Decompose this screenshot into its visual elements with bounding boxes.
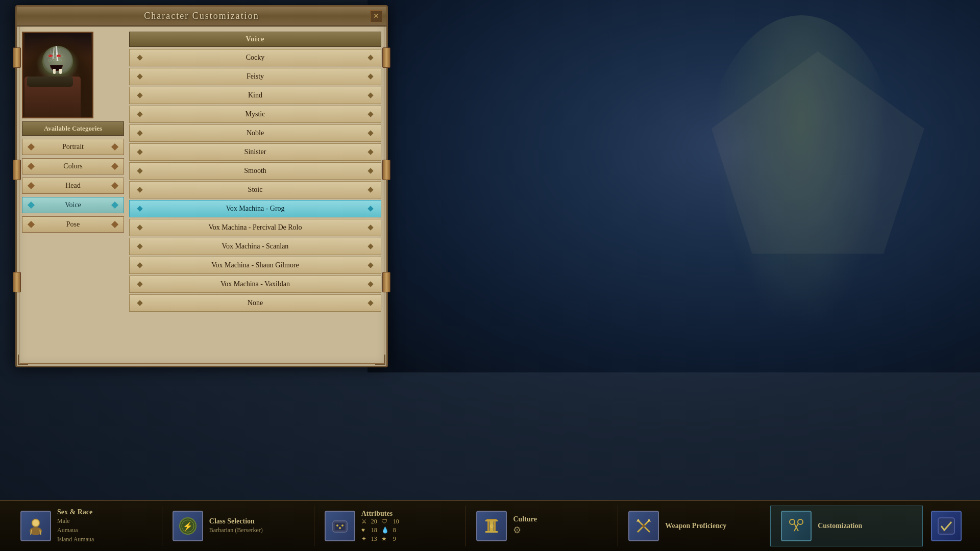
attr-star-icon: ★ bbox=[381, 535, 389, 543]
voice-item-mystic[interactable]: Mystic bbox=[129, 106, 381, 123]
voice-item-sinister[interactable]: Sinister bbox=[129, 143, 381, 161]
dialog-title: Character Customization bbox=[21, 11, 382, 21]
status-attributes[interactable]: Attributes ⚔ 20 🛡 10 ♥ 18 💧 8 ✦ 13 ★ 9 bbox=[314, 506, 467, 546]
person-icon bbox=[27, 517, 45, 535]
attr-sword-icon: ⚔ bbox=[361, 518, 367, 525]
column-icon: ⚙ bbox=[482, 517, 501, 535]
status-class[interactable]: ⚡ Class Selection Barbarian (Berserker) bbox=[162, 506, 314, 546]
svg-rect-16 bbox=[494, 521, 496, 531]
hinge-right-middle bbox=[382, 160, 390, 180]
status-customization[interactable]: Customization bbox=[770, 506, 923, 546]
content-area: Available Categories Portrait Colors Hea… bbox=[17, 27, 386, 340]
attr-res-val: 9 bbox=[393, 535, 399, 543]
voice-label-kind: Kind bbox=[142, 91, 369, 99]
svg-text:⚙: ⚙ bbox=[489, 523, 494, 529]
svg-point-10 bbox=[336, 524, 338, 527]
voice-label-vox-vaxildan: Vox Machina - Vaxildan bbox=[142, 280, 369, 288]
attr-shield-icon: 🛡 bbox=[381, 518, 389, 525]
voice-item-noble[interactable]: Noble bbox=[129, 124, 381, 142]
status-culture[interactable]: ⚙ Culture ⚙ bbox=[466, 506, 618, 546]
character-portrait bbox=[22, 32, 93, 118]
attr-water-icon: 💧 bbox=[381, 527, 389, 534]
svg-point-2 bbox=[33, 520, 39, 526]
voice-diamond-right bbox=[368, 92, 373, 98]
hinge-left-middle bbox=[13, 160, 21, 180]
voice-label-feisty: Feisty bbox=[142, 72, 369, 81]
voice-label-mystic: Mystic bbox=[142, 110, 369, 118]
voice-item-vox-vaxildan[interactable]: Vox Machina - Vaxildan bbox=[129, 276, 381, 293]
attr-str-val: 20 bbox=[371, 518, 377, 525]
voice-label-cocky: Cocky bbox=[142, 54, 369, 62]
voice-diamond-right bbox=[368, 187, 373, 192]
confirm-icon bbox=[931, 511, 962, 541]
close-button[interactable]: ✕ bbox=[370, 10, 382, 22]
category-label-pose: Pose bbox=[66, 220, 80, 229]
portrait-image bbox=[24, 33, 91, 117]
class-detail: Barbarian (Berserker) bbox=[209, 525, 263, 535]
voice-item-vox-grog[interactable]: Vox Machina - Grog bbox=[129, 200, 381, 217]
diamond-active-right bbox=[111, 202, 118, 209]
voice-diamond-right bbox=[368, 130, 373, 136]
category-head[interactable]: Head bbox=[22, 178, 124, 194]
voice-diamond-right bbox=[368, 262, 373, 268]
voice-label-none: None bbox=[142, 299, 369, 307]
scissors-icon bbox=[787, 517, 805, 535]
category-portrait[interactable]: Portrait bbox=[22, 139, 124, 155]
customization-title: Customization bbox=[818, 522, 862, 530]
attr-con-val: 10 bbox=[393, 518, 399, 525]
weapon-proficiency-text: Weapon Proficiency bbox=[665, 522, 726, 530]
attr-fire-icon: ✦ bbox=[361, 535, 367, 543]
sex-race-icon bbox=[20, 511, 51, 541]
voice-item-none[interactable]: None bbox=[129, 294, 381, 312]
category-label-portrait: Portrait bbox=[62, 143, 84, 151]
category-voice[interactable]: Voice bbox=[22, 197, 124, 213]
crossed-swords-icon bbox=[634, 517, 653, 535]
sex-race-text: Sex & Race Male Aumaua Island Aumaua bbox=[57, 508, 94, 544]
svg-point-12 bbox=[339, 527, 341, 529]
status-weapon-proficiency[interactable]: Weapon Proficiency bbox=[618, 506, 770, 546]
status-bar: Sex & Race Male Aumaua Island Aumaua ⚡ C… bbox=[0, 500, 980, 551]
character-preview-area: ⬟ bbox=[368, 0, 980, 372]
right-panel: Voice Cocky Feisty Kind bbox=[129, 32, 381, 335]
voice-diamond-right bbox=[368, 243, 373, 249]
title-bar: Character Customization ✕ bbox=[17, 7, 386, 27]
left-panel: Available Categories Portrait Colors Hea… bbox=[22, 32, 124, 335]
category-colors[interactable]: Colors bbox=[22, 158, 124, 174]
sex-race-detail-island: Island Aumaua bbox=[57, 535, 94, 544]
category-label-voice: Voice bbox=[65, 201, 81, 209]
attr-heart-icon: ♥ bbox=[361, 527, 367, 534]
voice-list: Cocky Feisty Kind Mysti bbox=[129, 49, 381, 335]
status-sex-race[interactable]: Sex & Race Male Aumaua Island Aumaua bbox=[10, 506, 162, 546]
svg-rect-31 bbox=[938, 518, 954, 534]
sex-race-title: Sex & Race bbox=[57, 508, 94, 516]
voice-diamond-right bbox=[368, 224, 373, 230]
voice-item-kind[interactable]: Kind bbox=[129, 87, 381, 104]
category-pose[interactable]: Pose bbox=[22, 216, 124, 233]
diamond-icon-left bbox=[28, 221, 35, 228]
svg-rect-18 bbox=[486, 519, 497, 520]
voice-diamond-right bbox=[368, 281, 373, 287]
hinge-left-bottom bbox=[13, 272, 21, 292]
voice-item-stoic[interactable]: Stoic bbox=[129, 181, 381, 198]
voice-item-cocky[interactable]: Cocky bbox=[129, 49, 381, 66]
attr-int-val: 8 bbox=[393, 527, 399, 534]
status-confirm[interactable] bbox=[923, 506, 970, 546]
attributes-grid: ⚔ 20 🛡 10 ♥ 18 💧 8 ✦ 13 ★ 9 bbox=[361, 518, 399, 543]
diamond-icon-right bbox=[111, 163, 118, 170]
voice-item-vox-percival[interactable]: Vox Machina - Percival De Rolo bbox=[129, 219, 381, 236]
voice-item-smooth[interactable]: Smooth bbox=[129, 162, 381, 180]
voice-diamond-selected-right bbox=[368, 206, 373, 211]
culture-detail: ⚙ bbox=[513, 523, 536, 537]
voice-diamond-right bbox=[368, 111, 373, 117]
customization-text: Customization bbox=[818, 522, 862, 530]
voice-diamond-right bbox=[368, 73, 373, 79]
voice-item-feisty[interactable]: Feisty bbox=[129, 68, 381, 85]
voice-item-vox-shaun[interactable]: Vox Machina - Shaun Gilmore bbox=[129, 257, 381, 274]
svg-point-22 bbox=[642, 524, 645, 528]
checkmark-icon bbox=[937, 517, 955, 535]
dialog-panel: Character Customization ✕ bbox=[15, 5, 388, 367]
weapon-proficiency-title: Weapon Proficiency bbox=[665, 522, 726, 530]
svg-text:⚡: ⚡ bbox=[183, 521, 193, 531]
voice-item-vox-scanlan[interactable]: Vox Machina - Scanlan bbox=[129, 238, 381, 255]
voice-label-vox-scanlan: Vox Machina - Scanlan bbox=[142, 242, 369, 251]
